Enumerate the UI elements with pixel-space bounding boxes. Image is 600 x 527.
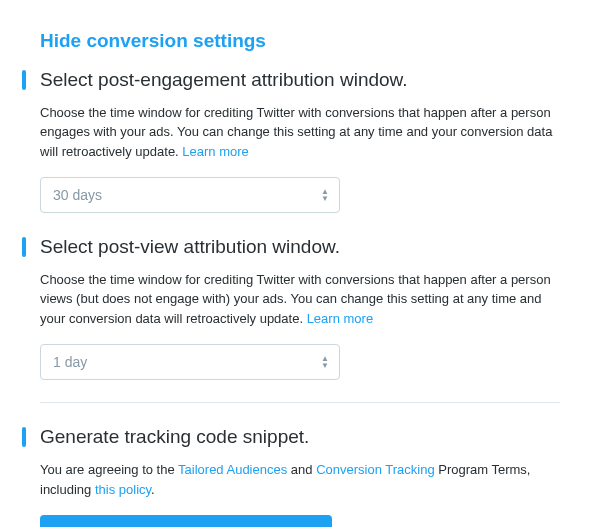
post-view-title: Select post-view attribution window. <box>40 235 560 260</box>
conversion-tracking-link[interactable]: Conversion Tracking <box>316 462 435 477</box>
agree-text-end: . <box>151 482 155 497</box>
section-indicator <box>22 427 26 447</box>
post-engagement-select-wrap: 30 days ▲▼ <box>40 177 340 213</box>
post-engagement-description: Choose the time window for crediting Twi… <box>40 103 560 162</box>
post-view-select-wrap: 1 day ▲▼ <box>40 344 340 380</box>
post-view-section: Select post-view attribution window. Cho… <box>40 235 560 380</box>
generate-description: You are agreeing to the Tailored Audienc… <box>40 460 560 499</box>
learn-more-link[interactable]: Learn more <box>182 144 248 159</box>
learn-more-link[interactable]: Learn more <box>307 311 373 326</box>
chevron-updown-icon: ▲▼ <box>321 189 329 202</box>
agree-text-pre: You are agreeing to the <box>40 462 178 477</box>
agree-text-mid1: and <box>287 462 316 477</box>
post-engagement-select[interactable]: 30 days ▲▼ <box>40 177 340 213</box>
hide-conversion-settings-link[interactable]: Hide conversion settings <box>40 30 560 52</box>
generate-section: Generate tracking code snippet. You are … <box>40 425 560 527</box>
divider <box>40 402 560 403</box>
section-indicator <box>22 70 26 90</box>
post-view-description: Choose the time window for crediting Twi… <box>40 270 560 329</box>
select-value: 30 days <box>53 187 102 203</box>
section-indicator <box>22 237 26 257</box>
this-policy-link[interactable]: this policy <box>95 482 151 497</box>
chevron-updown-icon: ▲▼ <box>321 356 329 369</box>
desc-text: Choose the time window for crediting Twi… <box>40 272 551 326</box>
desc-text: Choose the time window for crediting Twi… <box>40 105 552 159</box>
post-engagement-title: Select post-engagement attribution windo… <box>40 68 560 93</box>
save-tag-button[interactable]: Save tag and generate code snippet <box>40 515 332 527</box>
post-engagement-section: Select post-engagement attribution windo… <box>40 68 560 213</box>
tailored-audiences-link[interactable]: Tailored Audiences <box>178 462 287 477</box>
post-view-select[interactable]: 1 day ▲▼ <box>40 344 340 380</box>
select-value: 1 day <box>53 354 87 370</box>
generate-title: Generate tracking code snippet. <box>40 425 560 450</box>
